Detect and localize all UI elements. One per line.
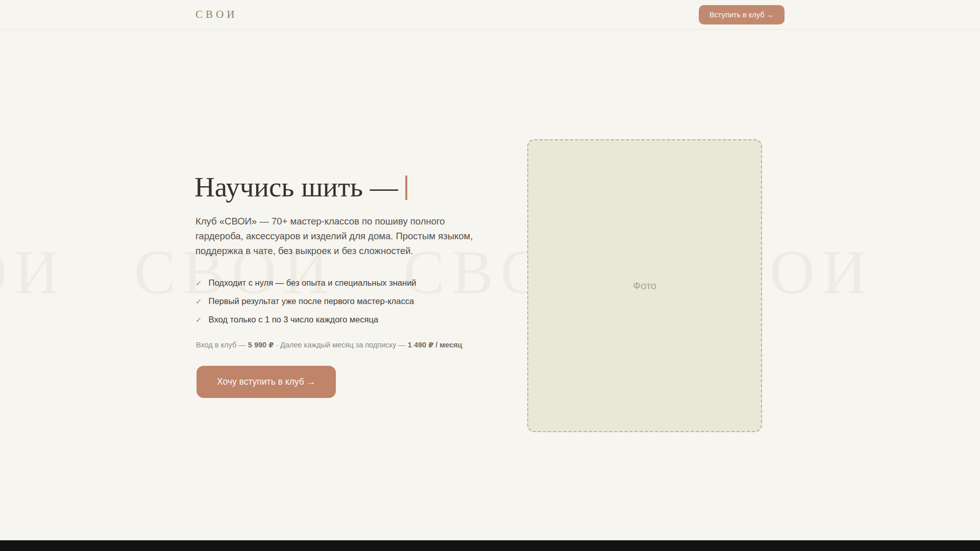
check-icon: ✓ bbox=[195, 278, 202, 289]
list-item-text: Вход только с 1 по 3 число каждого месяц… bbox=[209, 314, 379, 325]
list-item: ✓ Вход только с 1 по 3 число каждого мес… bbox=[195, 314, 416, 325]
photo-placeholder-label: Фото bbox=[633, 280, 656, 292]
pricing-middle: · Далее каждый месяц за подписку — bbox=[274, 341, 408, 349]
entry-price: 5 990 ₽ bbox=[248, 341, 274, 349]
page-title-text: Научись шить — bbox=[194, 171, 398, 203]
pricing-line: Вход в клуб — 5 990 ₽ · Далее каждый мес… bbox=[196, 340, 462, 350]
footer-dark-strip bbox=[0, 540, 980, 551]
hero-description: Клуб «СВОИ» — 70+ мастер-классов по поши… bbox=[195, 214, 482, 258]
typing-cursor bbox=[405, 176, 407, 200]
logo[interactable]: СВОИ bbox=[195, 8, 237, 21]
list-item: ✓ Подходит с нуля — без опыта и специаль… bbox=[195, 277, 416, 289]
list-item-text: Первый результат уже после первого масте… bbox=[209, 295, 414, 307]
cta-join-button[interactable]: Хочу вступить в клуб → bbox=[197, 366, 336, 398]
check-icon: ✓ bbox=[195, 296, 202, 307]
header: СВОИ Вступить в клуб → bbox=[0, 0, 980, 30]
list-item-text: Подходит с нуля — без опыта и специальны… bbox=[209, 277, 416, 288]
subscription-price: 1 490 ₽ / месяц bbox=[408, 341, 462, 349]
pricing-prefix: Вход в клуб — bbox=[196, 341, 248, 349]
landing-page: СВОИ Вступить в клуб → СВОИ СВОИ СВОИ СВ… bbox=[0, 0, 980, 551]
benefits-list: ✓ Подходит с нуля — без опыта и специаль… bbox=[195, 277, 416, 332]
list-item: ✓ Первый результат уже после первого мас… bbox=[195, 295, 416, 307]
join-club-button[interactable]: Вступить в клуб → bbox=[699, 5, 785, 24]
photo-placeholder: Фото bbox=[527, 139, 762, 432]
page-title: Научись шить — bbox=[194, 173, 407, 202]
check-icon: ✓ bbox=[195, 314, 202, 325]
